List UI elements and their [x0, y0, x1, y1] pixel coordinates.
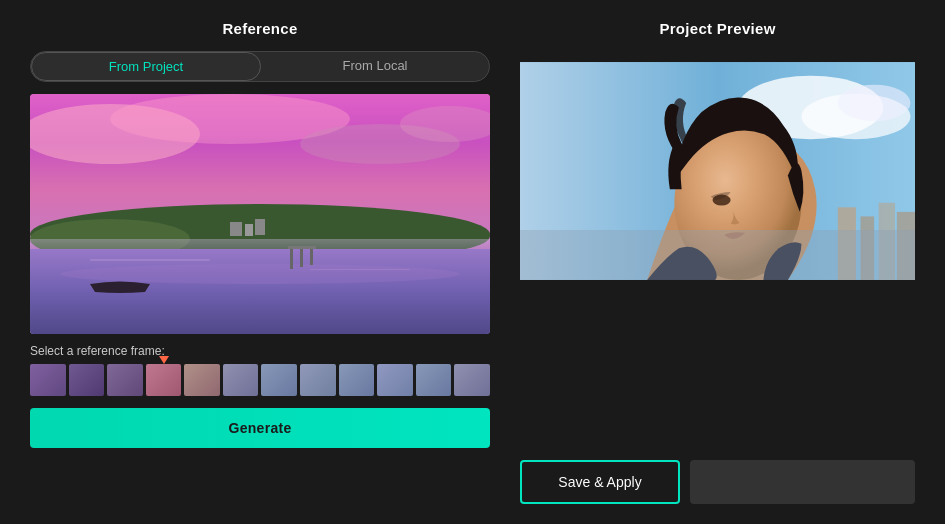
svg-rect-8	[230, 222, 242, 236]
reference-image	[30, 94, 490, 334]
filmstrip-thumb-4[interactable]	[146, 364, 182, 396]
extra-space	[690, 460, 915, 504]
preview-image	[520, 51, 915, 291]
svg-point-23	[838, 85, 911, 121]
svg-rect-15	[310, 269, 410, 270]
filmstrip-marker	[159, 356, 169, 364]
filmstrip-thumb-8[interactable]	[300, 364, 336, 396]
right-panel: Project Preview	[520, 20, 915, 504]
tab-from-project[interactable]: From Project	[31, 52, 261, 81]
project-preview-title: Project Preview	[659, 20, 775, 37]
svg-rect-31	[520, 230, 915, 280]
preview-image-container	[520, 51, 915, 291]
tab-bar: From Project From Local	[30, 51, 490, 82]
svg-rect-19	[288, 246, 316, 249]
main-container: Reference From Project From Local	[0, 0, 945, 524]
save-apply-button[interactable]: Save & Apply	[520, 460, 680, 504]
svg-rect-14	[90, 259, 210, 261]
filmstrip-thumb-9[interactable]	[339, 364, 375, 396]
preview-image-svg	[520, 51, 915, 291]
filmstrip-thumb-1[interactable]	[30, 364, 66, 396]
svg-rect-17	[300, 249, 303, 267]
svg-rect-9	[245, 224, 253, 236]
reference-image-container	[30, 94, 490, 334]
svg-rect-10	[255, 219, 265, 235]
filmstrip	[30, 364, 490, 396]
filmstrip-thumb-6[interactable]	[223, 364, 259, 396]
filmstrip-thumb-2[interactable]	[69, 364, 105, 396]
filmstrip-thumb-3[interactable]	[107, 364, 143, 396]
reference-title: Reference	[222, 20, 297, 37]
generate-button[interactable]: Generate	[30, 408, 490, 448]
filmstrip-thumb-10[interactable]	[377, 364, 413, 396]
svg-rect-16	[290, 249, 293, 269]
svg-point-13	[60, 264, 460, 284]
filmstrip-thumb-7[interactable]	[261, 364, 297, 396]
filmstrip-thumb-5[interactable]	[184, 364, 220, 396]
select-frame-label: Select a reference frame:	[30, 344, 165, 358]
reference-image-svg	[30, 94, 490, 334]
filmstrip-thumb-11[interactable]	[416, 364, 452, 396]
svg-point-30	[713, 195, 731, 206]
left-panel: Reference From Project From Local	[30, 20, 490, 504]
tab-from-local[interactable]: From Local	[261, 52, 489, 81]
filmstrip-thumb-4-wrap[interactable]	[146, 364, 182, 396]
filmstrip-thumb-12[interactable]	[454, 364, 490, 396]
svg-rect-18	[310, 249, 313, 265]
right-actions: Save & Apply	[520, 460, 915, 504]
